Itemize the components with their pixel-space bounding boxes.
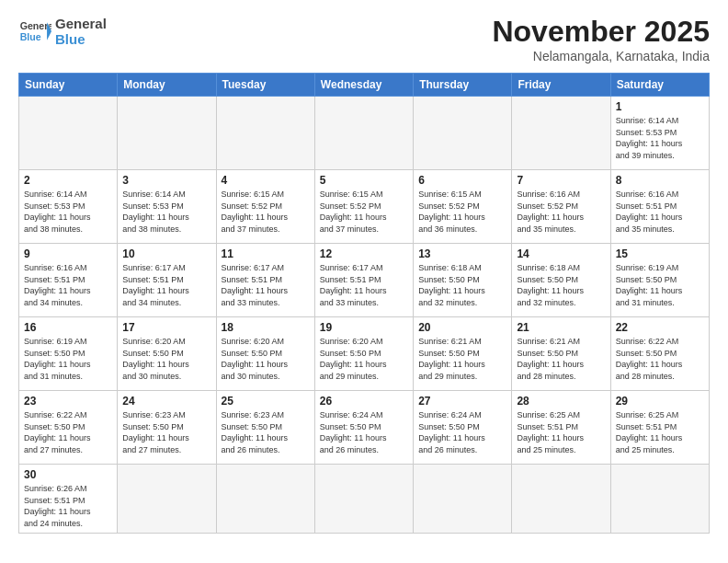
- empty-cell: [512, 97, 610, 170]
- day-9: 9 Sunrise: 6:16 AMSunset: 5:51 PMDayligh…: [19, 244, 118, 317]
- day-26: 26 Sunrise: 6:24 AMSunset: 5:50 PMDaylig…: [314, 391, 413, 465]
- header-sunday: Sunday: [19, 74, 118, 97]
- month-title: November 2025: [492, 15, 710, 49]
- logo-blue-text: Blue: [55, 31, 107, 47]
- day-5: 5 Sunrise: 6:15 AMSunset: 5:52 PMDayligh…: [314, 170, 413, 244]
- day-21: 21 Sunrise: 6:21 AMSunset: 5:50 PMDaylig…: [512, 317, 610, 391]
- empty-cell: [314, 97, 413, 170]
- header: General Blue General Blue November 2025 …: [18, 15, 710, 63]
- day-16: 16 Sunrise: 6:19 AMSunset: 5:50 PMDaylig…: [19, 317, 118, 391]
- day-6: 6 Sunrise: 6:15 AMSunset: 5:52 PMDayligh…: [414, 170, 512, 244]
- day-12: 12 Sunrise: 6:17 AMSunset: 5:51 PMDaylig…: [314, 244, 413, 317]
- header-friday: Friday: [512, 74, 610, 97]
- day-15: 15 Sunrise: 6:19 AMSunset: 5:50 PMDaylig…: [610, 244, 709, 317]
- week-row-3: 9 Sunrise: 6:16 AMSunset: 5:51 PMDayligh…: [19, 244, 710, 317]
- day-29: 29 Sunrise: 6:25 AMSunset: 5:51 PMDaylig…: [610, 391, 709, 465]
- day-2: 2 Sunrise: 6:14 AMSunset: 5:53 PMDayligh…: [19, 170, 118, 244]
- day-25: 25 Sunrise: 6:23 AMSunset: 5:50 PMDaylig…: [216, 391, 314, 465]
- day-28: 28 Sunrise: 6:25 AMSunset: 5:51 PMDaylig…: [512, 391, 610, 465]
- day-24: 24 Sunrise: 6:23 AMSunset: 5:50 PMDaylig…: [118, 391, 216, 465]
- day-7: 7 Sunrise: 6:16 AMSunset: 5:52 PMDayligh…: [512, 170, 610, 244]
- day-11: 11 Sunrise: 6:17 AMSunset: 5:51 PMDaylig…: [216, 244, 314, 317]
- day-14: 14 Sunrise: 6:18 AMSunset: 5:50 PMDaylig…: [512, 244, 610, 317]
- day-18: 18 Sunrise: 6:20 AMSunset: 5:50 PMDaylig…: [216, 317, 314, 391]
- header-thursday: Thursday: [414, 74, 512, 97]
- day-27: 27 Sunrise: 6:24 AMSunset: 5:50 PMDaylig…: [414, 391, 512, 465]
- title-area: November 2025 Nelamangala, Karnataka, In…: [492, 15, 710, 63]
- logo: General Blue General Blue: [18, 15, 107, 48]
- day-8: 8 Sunrise: 6:16 AMSunset: 5:51 PMDayligh…: [610, 170, 709, 244]
- header-wednesday: Wednesday: [314, 74, 413, 97]
- day-1: 1 Sunrise: 6:14 AMSunset: 5:53 PMDayligh…: [610, 97, 709, 170]
- logo-general-text: General: [55, 16, 107, 31]
- empty-cell: [216, 465, 314, 534]
- week-row-6: 30 Sunrise: 6:26 AMSunset: 5:51 PMDaylig…: [19, 465, 710, 534]
- day-19: 19 Sunrise: 6:20 AMSunset: 5:50 PMDaylig…: [314, 317, 413, 391]
- logo-icon: General Blue: [18, 15, 51, 48]
- day-23: 23 Sunrise: 6:22 AMSunset: 5:50 PMDaylig…: [19, 391, 118, 465]
- calendar-table: Sunday Monday Tuesday Wednesday Thursday…: [18, 73, 710, 534]
- empty-cell: [118, 97, 216, 170]
- day-20: 20 Sunrise: 6:21 AMSunset: 5:50 PMDaylig…: [414, 317, 512, 391]
- empty-cell: [610, 465, 709, 534]
- location-title: Nelamangala, Karnataka, India: [492, 49, 710, 63]
- empty-cell: [414, 465, 512, 534]
- week-row-4: 16 Sunrise: 6:19 AMSunset: 5:50 PMDaylig…: [19, 317, 710, 391]
- week-row-1: 1 Sunrise: 6:14 AMSunset: 5:53 PMDayligh…: [19, 97, 710, 170]
- header-monday: Monday: [118, 74, 216, 97]
- day-13: 13 Sunrise: 6:18 AMSunset: 5:50 PMDaylig…: [414, 244, 512, 317]
- week-row-5: 23 Sunrise: 6:22 AMSunset: 5:50 PMDaylig…: [19, 391, 710, 465]
- day-22: 22 Sunrise: 6:22 AMSunset: 5:50 PMDaylig…: [610, 317, 709, 391]
- weekday-header-row: Sunday Monday Tuesday Wednesday Thursday…: [19, 74, 710, 97]
- day-3: 3 Sunrise: 6:14 AMSunset: 5:53 PMDayligh…: [118, 170, 216, 244]
- empty-cell: [118, 465, 216, 534]
- week-row-2: 2 Sunrise: 6:14 AMSunset: 5:53 PMDayligh…: [19, 170, 710, 244]
- empty-cell: [216, 97, 314, 170]
- empty-cell: [414, 97, 512, 170]
- svg-text:General: General: [20, 20, 51, 31]
- empty-cell: [19, 97, 118, 170]
- day-4: 4 Sunrise: 6:15 AMSunset: 5:52 PMDayligh…: [216, 170, 314, 244]
- day-17: 17 Sunrise: 6:20 AMSunset: 5:50 PMDaylig…: [118, 317, 216, 391]
- day-10: 10 Sunrise: 6:17 AMSunset: 5:51 PMDaylig…: [118, 244, 216, 317]
- empty-cell: [314, 465, 413, 534]
- header-saturday: Saturday: [610, 74, 709, 97]
- empty-cell: [512, 465, 610, 534]
- header-tuesday: Tuesday: [216, 74, 314, 97]
- svg-text:Blue: Blue: [20, 31, 41, 42]
- day-30: 30 Sunrise: 6:26 AMSunset: 5:51 PMDaylig…: [19, 465, 118, 534]
